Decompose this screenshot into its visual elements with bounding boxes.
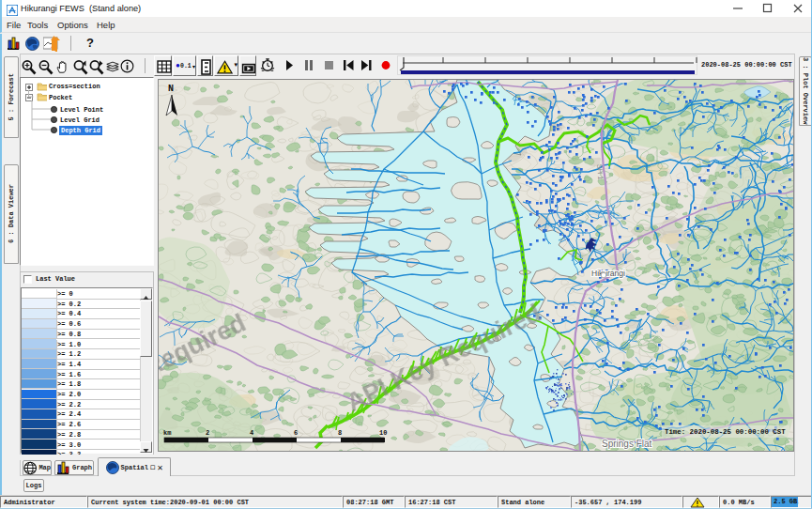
- svg-text:2: 2: [206, 429, 209, 437]
- svg-text:6: 6: [294, 429, 298, 437]
- svg-text:Hikurangi: Hikurangi: [591, 269, 625, 278]
- svg-text:Time: 2020-08-25 00:00:00 CST: Time: 2020-08-25 00:00:00 CST: [665, 428, 786, 436]
- svg-text:SH 1: SH 1: [595, 163, 605, 179]
- svg-text:4: 4: [250, 429, 253, 437]
- svg-text:8: 8: [338, 429, 342, 437]
- svg-text:N: N: [168, 84, 174, 94]
- svg-text:km: km: [163, 429, 171, 437]
- svg-text:Springs Flat: Springs Flat: [602, 439, 652, 449]
- svg-text:10: 10: [379, 429, 387, 437]
